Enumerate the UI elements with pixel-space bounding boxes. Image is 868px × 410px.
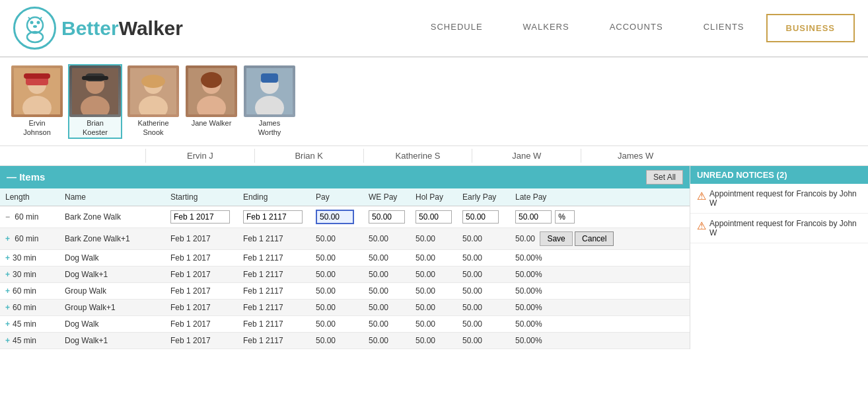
notice-text-1: Appointment request for Francois by John…	[709, 189, 861, 208]
late-pay-input[interactable]	[515, 210, 552, 224]
walker-thumb-katherine[interactable]: KatherineSnook	[126, 64, 180, 139]
items-section: — Items Set All Length Name Starting End…	[0, 166, 690, 349]
notice-icon-1: ⚠	[697, 190, 706, 202]
table-row: +30 min Dog Walk Feb 1 2017 Feb 1 2117 5…	[0, 249, 690, 266]
nav-clients[interactable]: CLIENTS	[685, 14, 763, 42]
row-starting: Feb 1 2017	[165, 227, 238, 249]
walkers-row: ErvinJohnson BrianKoester KatherineSnook	[0, 58, 868, 146]
th-pay: Pay	[310, 188, 363, 206]
th-starting: Starting	[165, 188, 238, 206]
nav-schedule[interactable]: SCHEDULE	[412, 14, 501, 42]
ending-input[interactable]	[243, 210, 303, 224]
row-length: − 60 min	[0, 206, 59, 227]
plus-button[interactable]: +	[5, 253, 10, 263]
pct-input[interactable]	[555, 210, 575, 224]
row-hol-pay[interactable]	[410, 206, 457, 227]
logo: BetterWalker	[13, 7, 183, 50]
plus-button[interactable]: +	[5, 270, 10, 279]
row-hol-pay: 50.00	[410, 249, 457, 266]
items-table: Length Name Starting Ending Pay WE Pay H…	[0, 188, 690, 349]
svg-rect-28	[261, 73, 278, 83]
avatar-brian	[69, 65, 121, 117]
nav-accounts[interactable]: ACCOUNTS	[591, 14, 682, 42]
row-early-pay: 50.00	[457, 227, 510, 249]
plus-button[interactable]: +	[5, 336, 10, 345]
plus-button[interactable]: +	[5, 303, 10, 312]
hol-pay-input[interactable]	[416, 210, 452, 224]
row-starting[interactable]	[165, 206, 238, 227]
walker-thumb-ervin[interactable]: ErvinJohnson	[10, 64, 64, 139]
col-header-james: James W	[581, 149, 690, 163]
row-ending[interactable]	[238, 206, 310, 227]
early-pay-input[interactable]	[462, 210, 499, 224]
table-row: +45 min Dog Walk+1 Feb 1 2017 Feb 1 2117…	[0, 332, 690, 348]
plus-button[interactable]: +	[5, 319, 10, 329]
row-length: +30 min	[0, 266, 59, 282]
logo-icon	[13, 7, 56, 50]
table-row: − 60 min Bark Zone Walk	[0, 206, 690, 227]
items-header: — Items Set All	[0, 166, 690, 188]
nav-walkers[interactable]: WALKERS	[505, 14, 588, 42]
row-name: Dog Walk+1	[59, 266, 165, 282]
notice-icon-2: ⚠	[697, 220, 706, 232]
svg-rect-16	[82, 76, 108, 80]
sidebar-title: UNREAD NOTICES (2)	[690, 166, 868, 184]
row-pay: 50.00	[310, 249, 363, 266]
row-name: Dog Walk	[59, 315, 165, 332]
col-header-brian: Brian K	[254, 149, 363, 163]
column-headers: Ervin J Brian K Katherine S Jane W James…	[0, 146, 868, 166]
row-pay: 50.00	[310, 227, 363, 249]
row-ending: Feb 1 2117	[238, 249, 310, 266]
length-value: 60 min	[15, 212, 38, 222]
row-late-pay[interactable]	[510, 206, 690, 227]
avatar-jane	[186, 65, 237, 117]
col-header-jane: Jane W	[472, 149, 581, 163]
row-name: Group Walk+1	[59, 299, 165, 315]
row-we-pay: 50.00	[363, 249, 410, 266]
svg-point-24	[201, 72, 222, 88]
row-starting: Feb 1 2017	[165, 249, 238, 266]
avatar-katherine	[127, 65, 179, 117]
length-value: 60 min	[15, 234, 38, 243]
row-length: + 60 min	[0, 227, 59, 249]
table-row: +30 min Dog Walk+1 Feb 1 2017 Feb 1 2117…	[0, 266, 690, 282]
minus-button[interactable]: −	[5, 212, 10, 222]
walker-thumb-brian[interactable]: BrianKoester	[68, 64, 122, 139]
row-pay[interactable]	[310, 206, 363, 227]
pay-input[interactable]	[316, 210, 354, 224]
row-early-pay: 50.00	[457, 249, 510, 266]
walker-name-katherine: KatherineSnook	[127, 118, 179, 138]
header: BetterWalker SCHEDULE WALKERS ACCOUNTS C…	[0, 0, 868, 58]
starting-input[interactable]	[170, 210, 230, 224]
row-name: Bark Zone Walk	[59, 206, 165, 227]
row-we-pay: 50.00	[363, 227, 410, 249]
walker-thumb-jane[interactable]: Jane Walker	[184, 64, 238, 139]
row-early-pay[interactable]	[457, 206, 510, 227]
row-late-pay: 50.00 Save Cancel	[510, 227, 690, 249]
set-all-button[interactable]: Set All	[646, 170, 683, 184]
th-ending: Ending	[238, 188, 310, 206]
row-we-pay[interactable]	[363, 206, 410, 227]
avatar-ervin	[11, 65, 63, 117]
row-length: +45 min	[0, 315, 59, 332]
table-row: +45 min Dog Walk Feb 1 2017 Feb 1 2117 5…	[0, 315, 690, 332]
plus-button[interactable]: +	[5, 234, 10, 243]
walker-thumb-james[interactable]: JamesWorthy	[242, 64, 297, 139]
th-length: Length	[0, 188, 59, 206]
plus-button[interactable]: +	[5, 286, 10, 296]
col-header-katherine: Katherine S	[363, 149, 472, 163]
cancel-button[interactable]: Cancel	[575, 231, 614, 246]
save-button[interactable]: Save	[540, 231, 572, 246]
svg-rect-11	[24, 73, 50, 79]
row-length: +60 min	[0, 299, 59, 315]
table-row: +60 min Group Walk+1 Feb 1 2017 Feb 1 21…	[0, 299, 690, 315]
we-pay-input[interactable]	[369, 210, 405, 224]
svg-point-20	[141, 75, 165, 88]
notice-item-1: ⚠ Appointment request for Francois by Jo…	[690, 184, 868, 214]
main-content: — Items Set All Length Name Starting End…	[0, 166, 868, 349]
svg-point-3	[36, 20, 40, 24]
row-ending: Feb 1 2117	[238, 227, 310, 249]
items-title: — Items	[7, 171, 45, 183]
walker-name-jane: Jane Walker	[186, 118, 237, 128]
nav-business[interactable]: BUSINESS	[766, 14, 855, 42]
